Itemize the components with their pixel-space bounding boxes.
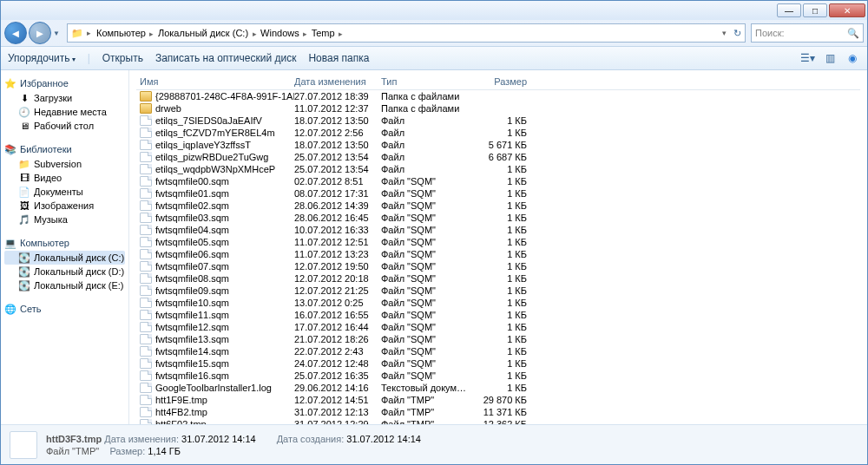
col-date[interactable]: Дата изменения xyxy=(294,76,381,87)
file-row[interactable]: fwtsqmfile00.sqm02.07.2012 8:51Файл "SQM… xyxy=(136,175,860,187)
file-row[interactable]: fwtsqmfile05.sqm11.07.2012 12:51Файл "SQ… xyxy=(136,236,860,248)
drive-icon: 💽 xyxy=(18,265,30,278)
file-row[interactable]: fwtsqmfile02.sqm28.06.2012 14:39Файл "SQ… xyxy=(136,200,860,212)
new-folder-button[interactable]: Новая папка xyxy=(308,52,369,64)
forward-button[interactable]: ► xyxy=(29,22,51,44)
file-row[interactable]: fwtsqmfile11.sqm16.07.2012 16:55Файл "SQ… xyxy=(136,309,860,321)
address-dropdown-icon[interactable]: ▾ xyxy=(722,29,727,37)
open-button[interactable]: Открыть xyxy=(102,52,143,64)
file-icon xyxy=(140,310,152,320)
file-row[interactable]: fwtsqmfile06.sqm11.07.2012 13:23Файл "SQ… xyxy=(136,248,860,260)
file-icon xyxy=(140,273,152,284)
breadcrumb[interactable]: Компьютер xyxy=(95,28,148,38)
libraries-icon: 📚 xyxy=(4,143,16,155)
file-row[interactable]: etilqs_iqpIaveY3zffssT18.07.2012 13:50Фа… xyxy=(136,139,860,151)
search-input[interactable]: Поиск: 🔍 xyxy=(751,23,864,43)
file-icon xyxy=(140,370,152,381)
file-row[interactable]: fwtsqmfile03.sqm28.06.2012 16:45Файл "SQ… xyxy=(136,212,860,224)
file-row[interactable]: fwtsqmfile16.sqm25.07.2012 16:35Файл "SQ… xyxy=(136,370,860,382)
explorer-window: — □ ✕ ◄ ► ▼ 📁 ▸ Компьютер ▸ Локальный ди… xyxy=(0,0,868,465)
sidebar-item[interactable]: 💽Локальный диск (E:) xyxy=(4,278,125,292)
search-icon: 🔍 xyxy=(847,28,859,39)
file-row[interactable]: fwtsqmfile12.sqm17.07.2012 16:44Файл "SQ… xyxy=(136,321,860,333)
breadcrumb[interactable]: Windows xyxy=(259,28,301,38)
sidebar-item[interactable]: 📄Документы xyxy=(4,185,125,199)
file-row[interactable]: GoogleToolbarInstaller1.log29.06.2012 14… xyxy=(136,382,860,394)
file-row[interactable]: htt1F9E.tmp12.07.2012 14:51Файл "TMP"29 … xyxy=(136,394,860,406)
file-icon xyxy=(140,225,152,235)
file-icon xyxy=(140,334,152,344)
sidebar-item[interactable]: 🖥Рабочий стол xyxy=(4,119,125,133)
refresh-icon[interactable]: ↻ xyxy=(733,28,741,39)
address-bar[interactable]: 📁 ▸ Компьютер ▸ Локальный диск (C:) ▸ Wi… xyxy=(67,23,746,43)
drive-icon: 🖥 xyxy=(18,120,30,132)
file-icon xyxy=(140,261,152,272)
drive-icon: 🎞 xyxy=(18,172,30,184)
file-row[interactable]: etilqs_7SIEDS0aJaEAIfV18.07.2012 13:50Фа… xyxy=(136,115,860,127)
burn-button[interactable]: Записать на оптический диск xyxy=(155,52,297,64)
sidebar-item[interactable]: 🎞Видео xyxy=(4,171,125,185)
folder-icon: 📁 xyxy=(71,27,83,39)
status-bar: httD3F3.tmp Дата изменения: 31.07.2012 1… xyxy=(1,424,867,464)
file-row[interactable]: {29888701-248C-4F8A-991F-1AE935EE2B…27.0… xyxy=(136,90,860,102)
col-type[interactable]: Тип xyxy=(381,76,475,87)
chevron-right-icon[interactable]: ▸ xyxy=(301,29,310,38)
sidebar: ⭐Избранное⬇Загрузки🕘Недавние места🖥Рабоч… xyxy=(1,70,129,424)
status-filetype: Файл "TMP" xyxy=(46,446,99,456)
file-row[interactable]: htt6F02.tmp31.07.2012 12:29Файл "TMP"12 … xyxy=(136,418,860,424)
file-row[interactable]: fwtsqmfile09.sqm12.07.2012 21:25Файл "SQ… xyxy=(136,285,860,297)
file-row[interactable]: fwtsqmfile01.sqm08.07.2012 17:31Файл "SQ… xyxy=(136,187,860,200)
sidebar-item[interactable]: 📁Subversion xyxy=(4,157,125,171)
file-icon xyxy=(140,213,152,223)
sidebar-item[interactable]: 🕘Недавние места xyxy=(4,105,125,119)
maximize-button[interactable]: □ xyxy=(803,3,827,17)
file-row[interactable]: htt4FB2.tmp31.07.2012 12:13Файл "TMP"11 … xyxy=(136,406,860,418)
file-list[interactable]: Имя Дата изменения Тип Размер {29888701-… xyxy=(129,70,867,424)
view-options-icon[interactable]: ☰▾ xyxy=(799,50,815,66)
sidebar-item[interactable]: 🖼Изображения xyxy=(4,199,125,213)
column-headers[interactable]: Имя Дата изменения Тип Размер xyxy=(136,74,860,90)
back-button[interactable]: ◄ xyxy=(4,22,27,44)
sidebar-group-favorites[interactable]: ⭐Избранное xyxy=(4,75,125,91)
file-row[interactable]: fwtsqmfile14.sqm22.07.2012 2:43Файл "SQM… xyxy=(136,345,860,357)
file-icon xyxy=(140,164,152,174)
file-icon xyxy=(140,419,152,424)
chevron-right-icon[interactable]: ▸ xyxy=(148,29,156,38)
file-row[interactable]: etilqs_wqdpbW3NpXMHceP25.07.2012 13:54Фа… xyxy=(136,163,860,175)
file-row[interactable]: fwtsqmfile07.sqm12.07.2012 19:50Файл "SQ… xyxy=(136,260,860,272)
file-icon xyxy=(140,346,152,357)
file-row[interactable]: fwtsqmfile15.sqm24.07.2012 12:48Файл "SQ… xyxy=(136,357,860,370)
file-row[interactable]: fwtsqmfile04.sqm10.07.2012 16:33Файл "SQ… xyxy=(136,224,860,236)
breadcrumb[interactable]: Локальный диск (C:) xyxy=(156,28,250,38)
sidebar-group-libraries[interactable]: 📚Библиотеки xyxy=(4,141,125,157)
drive-icon: 💽 xyxy=(18,279,30,291)
col-size[interactable]: Размер xyxy=(475,76,536,87)
sidebar-item[interactable]: 🎵Музыка xyxy=(4,213,125,226)
file-row[interactable]: etilqs_pizwRBDue2TuGwg25.07.2012 13:54Фа… xyxy=(136,151,860,163)
file-icon xyxy=(140,152,152,162)
chevron-right-icon[interactable]: ▸ xyxy=(337,29,344,38)
file-icon xyxy=(140,237,152,247)
file-row[interactable]: fwtsqmfile10.sqm13.07.2012 0:25Файл "SQM… xyxy=(136,297,860,309)
sidebar-item[interactable]: ⬇Загрузки xyxy=(4,91,125,105)
sidebar-item[interactable]: 💽Локальный диск (C:) xyxy=(4,251,125,265)
organize-button[interactable]: Упорядочить xyxy=(8,52,76,64)
preview-pane-icon[interactable]: ▥ xyxy=(822,50,838,66)
sidebar-group-network[interactable]: 🌐Сеть xyxy=(4,301,125,317)
history-dropdown[interactable]: ▼ xyxy=(53,29,65,37)
file-row[interactable]: drweb11.07.2012 12:37Папка с файлами xyxy=(136,102,860,115)
minimize-button[interactable]: — xyxy=(777,3,801,17)
close-button[interactable]: ✕ xyxy=(829,3,865,17)
sidebar-item[interactable]: 💽Локальный диск (D:) xyxy=(4,265,125,278)
sidebar-group-computer[interactable]: 💻Компьютер xyxy=(4,235,125,251)
chevron-right-icon[interactable]: ▸ xyxy=(250,29,259,38)
file-row[interactable]: fwtsqmfile13.sqm21.07.2012 18:26Файл "SQ… xyxy=(136,333,860,345)
file-icon xyxy=(140,407,152,417)
file-row[interactable]: etilqs_fCZVD7mYER8EL4m12.07.2012 2:56Фай… xyxy=(136,127,860,139)
file-row[interactable]: fwtsqmfile08.sqm12.07.2012 20:18Файл "SQ… xyxy=(136,272,860,285)
breadcrumb[interactable]: Temp xyxy=(310,28,337,38)
file-type-icon xyxy=(10,431,37,459)
drive-icon: 📁 xyxy=(18,158,30,170)
col-name[interactable]: Имя xyxy=(136,76,294,87)
help-icon[interactable]: ◉ xyxy=(845,50,860,66)
